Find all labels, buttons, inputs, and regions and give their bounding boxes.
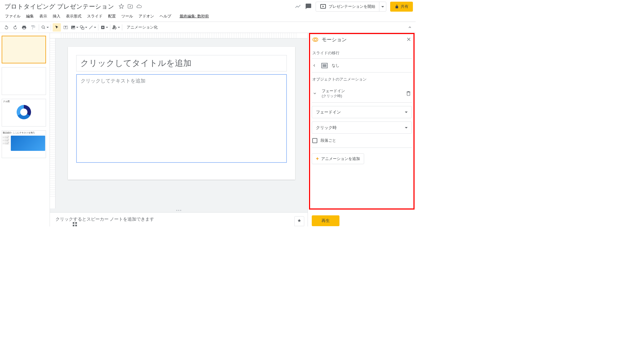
menu-arrange[interactable]: 配置 [106, 13, 118, 20]
grid-view-button[interactable] [72, 221, 78, 226]
app-header: プロトタイピング プレゼンテーション プレゼンテーションを開始 共有 ファイル [0, 0, 416, 22]
effect-select[interactable]: フェードイン [312, 106, 412, 118]
checkbox-icon[interactable] [312, 138, 317, 143]
menu-insert[interactable]: 挿入 [50, 13, 63, 20]
svg-rect-10 [73, 225, 75, 226]
vertical-ruler [50, 38, 55, 208]
svg-point-4 [72, 26, 73, 27]
chevron-right-icon [312, 63, 318, 68]
svg-rect-11 [75, 225, 77, 226]
image-tool[interactable] [70, 23, 79, 32]
thumbnail-2[interactable] [2, 67, 46, 95]
menubar: ファイル 編集 表示 挿入 表示形式 スライド 配置 ツール アドオン ヘルプ … [0, 12, 416, 22]
canvas-wrap: クリックしてタイトルを追加 クリックしてテキストを追加 クリックするとスピーカー… [50, 33, 308, 226]
animation-effect-name: フェードイン [322, 89, 345, 94]
add-animation-button[interactable]: + アニメーションを追加 [312, 153, 364, 164]
canvas-area: クリックしてタイトルを追加 クリックしてテキストを追加 [50, 38, 308, 208]
line-tool[interactable] [88, 23, 96, 32]
speaker-notes[interactable]: クリックするとスピーカー ノートを追加できます [50, 212, 308, 226]
splitter-handle[interactable] [50, 208, 308, 212]
slide-thumbnails[interactable]: クル図 製品紹介: ここにテキストを挿入 ここにテキストを挿入 ここにテキストを… [0, 33, 50, 226]
print-button[interactable] [20, 23, 28, 32]
menu-addons[interactable]: アドオン [136, 13, 156, 20]
speaker-notes-placeholder: クリックするとスピーカー ノートを追加できます [55, 217, 154, 221]
slide-icon [321, 63, 328, 68]
play-button[interactable]: 再生 [312, 215, 339, 226]
trigger-select-value: クリック時 [316, 125, 337, 130]
share-button-label: 共有 [401, 4, 408, 9]
effect-select-value: フェードイン [316, 110, 341, 115]
body-placeholder[interactable]: クリックしてテキストを追加 [76, 74, 287, 163]
thumbnail-4[interactable]: 製品紹介: ここにテキストを挿入 ここにテキストを挿入 ここにテキストを挿入 こ… [2, 130, 46, 158]
star-icon[interactable] [119, 4, 124, 10]
svg-rect-6 [82, 27, 84, 29]
sidebar-title: モーション [322, 36, 347, 43]
new-slide-button[interactable] [100, 23, 108, 32]
move-folder-icon[interactable] [127, 4, 133, 10]
svg-rect-9 [75, 222, 77, 224]
present-button-label: プレゼンテーションを開始 [329, 4, 375, 9]
menu-tools[interactable]: ツール [119, 13, 135, 20]
thumb3-title: クル図 [2, 99, 46, 104]
animation-toolbar-label[interactable]: アニメーション化 [124, 25, 160, 30]
redo-button[interactable] [11, 23, 19, 32]
chevron-down-icon [312, 91, 317, 97]
thumbnail-3[interactable]: クル図 [2, 99, 46, 127]
sidebar-header: モーション [308, 33, 416, 46]
slide-stage[interactable]: クリックしてタイトルを追加 クリックしてテキストを追加 [55, 38, 308, 208]
present-button[interactable]: プレゼンテーションを開始 [316, 2, 386, 12]
shape-tool[interactable] [79, 23, 88, 32]
toolbar-separator [122, 24, 122, 30]
cloud-status-icon[interactable] [136, 4, 142, 10]
object-animation-section-label: オブジェクトのアニメーション [312, 73, 412, 85]
thumbnail-1[interactable] [2, 36, 46, 63]
close-sidebar-button[interactable] [406, 37, 411, 43]
title-action-icons [119, 4, 142, 10]
last-edit-link[interactable]: 最終編集: 数秒前 [177, 13, 211, 20]
menu-format[interactable]: 表示形式 [64, 13, 84, 20]
select-tool[interactable] [53, 23, 61, 32]
collapse-toolbar-button[interactable] [406, 23, 414, 32]
main-area: クル図 製品紹介: ここにテキストを挿入 ここにテキストを挿入 ここにテキストを… [0, 33, 416, 226]
present-button-main[interactable]: プレゼンテーションを開始 [316, 2, 379, 11]
svg-point-5 [80, 25, 83, 28]
menu-help[interactable]: ヘルプ [157, 13, 173, 20]
toolbar-separator [39, 24, 39, 30]
slide-transition-row[interactable]: なし [312, 58, 412, 73]
present-dropdown[interactable] [379, 6, 386, 7]
thumb4-image [11, 136, 45, 151]
menu-view[interactable]: 表示 [37, 13, 49, 20]
explore-button[interactable] [294, 216, 304, 226]
add-animation-label: アニメーションを追加 [321, 156, 360, 161]
delete-animation-button[interactable] [406, 91, 411, 97]
comments-icon[interactable] [305, 3, 312, 11]
slide-canvas[interactable]: クリックしてタイトルを追加 クリックしてテキストを追加 [68, 47, 295, 180]
caret-down-icon [405, 112, 408, 113]
slide-transition-section-label: スライドの移行 [312, 46, 412, 58]
undo-button[interactable] [2, 23, 11, 32]
trigger-select[interactable]: クリック時 [312, 122, 412, 134]
ime-indicator[interactable]: あ [112, 23, 120, 32]
header-right-actions: プレゼンテーションを開始 共有 [295, 2, 413, 12]
sidebar-content[interactable]: スライドの移行 なし オブジェクトのアニメーション フェードイン (クリック時)… [308, 46, 416, 213]
zoom-button[interactable] [41, 23, 49, 32]
toolbar-separator [98, 24, 98, 30]
menu-file[interactable]: ファイル [3, 13, 23, 20]
plus-icon: + [316, 156, 319, 162]
activity-icon[interactable] [295, 3, 301, 11]
menu-slide[interactable]: スライド [85, 13, 105, 20]
menu-edit[interactable]: 編集 [24, 13, 36, 20]
paint-format-button[interactable] [29, 23, 37, 32]
toolbar: あ アニメーション化 [0, 22, 416, 33]
share-button[interactable]: 共有 [390, 2, 413, 12]
caret-down-icon [405, 127, 408, 128]
divider [312, 148, 412, 148]
by-paragraph-checkbox-row[interactable]: 段落ごと [312, 138, 411, 143]
animation-item-header[interactable]: フェードイン (クリック時) [312, 85, 412, 103]
document-title[interactable]: プロトタイピング プレゼンテーション [3, 2, 116, 11]
thumb4-title: 製品紹介: ここにテキストを挿入 [2, 131, 46, 135]
title-placeholder[interactable]: クリックしてタイトルを追加 [76, 55, 287, 71]
motion-icon [312, 37, 318, 43]
ime-label: あ [112, 24, 117, 30]
textbox-tool[interactable] [62, 23, 70, 32]
